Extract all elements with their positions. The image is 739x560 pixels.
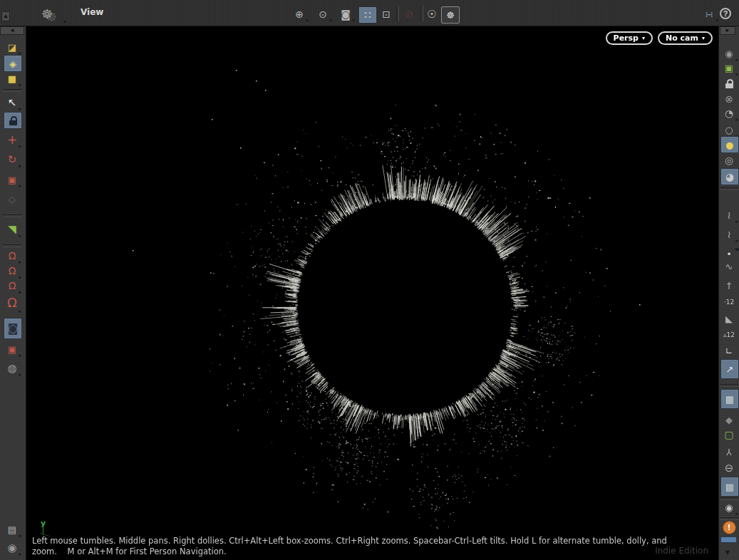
lock-camera-button[interactable]: [720, 76, 738, 91]
projection-menu-button[interactable]: Persp ▾: [606, 31, 653, 45]
toolbar-scroll-up-button[interactable]: ▲: [1, 11, 10, 21]
pen-curve-icon: ≀: [727, 210, 730, 220]
green-box-icon: ▣: [725, 63, 733, 73]
normal-lighting-button[interactable]: ○▸: [720, 122, 738, 138]
material-preview-button[interactable]: ◍▸: [4, 361, 21, 376]
box-select-icon: ⊡: [382, 9, 391, 19]
camera-navigation-button[interactable]: ◙▾: [337, 6, 354, 22]
snapshot-button[interactable]: ▤▸: [4, 522, 21, 537]
display-point-numbers-button[interactable]: ·12: [720, 294, 738, 310]
point-numbers-icon: ·12: [724, 299, 734, 306]
chevron-down-icon: ▾: [702, 35, 705, 41]
left-toolbar-scroll-button[interactable]: ◄: [0, 26, 24, 35]
help-button[interactable]: ?: [720, 8, 731, 19]
view-selection-button[interactable]: ▣▸: [720, 60, 738, 76]
render-region-button[interactable]: ▣▸: [4, 341, 21, 357]
dropdown-arrow-icon: ▸: [19, 82, 21, 88]
visibility-options-button[interactable]: ◉▸: [720, 46, 738, 61]
box-select-button[interactable]: ⊡: [378, 6, 395, 22]
scale-icon: ▣: [8, 175, 16, 185]
snap-curve-button[interactable]: Ω▸: [4, 263, 21, 279]
display-points-button[interactable]: •: [720, 249, 738, 259]
feather-icon: ↗: [726, 365, 734, 374]
display-prim-numbers-button[interactable]: ▵12: [720, 327, 738, 343]
trail-icon: ∿: [725, 262, 733, 271]
show-handles-button[interactable]: ◪▸: [4, 39, 21, 55]
display-materials-button[interactable]: ◆: [720, 412, 738, 427]
render-bell-button[interactable]: ☉: [423, 6, 440, 22]
display-options-button[interactable]: ☸: [441, 6, 460, 24]
snapshot-icon: ▤: [8, 525, 16, 534]
snap-point-button[interactable]: Ω▸: [4, 278, 21, 294]
headlight-only-button[interactable]: ◎: [720, 152, 738, 168]
select-objects-button[interactable]: ∷: [358, 6, 377, 24]
performance-warning-button[interactable]: !: [720, 519, 738, 535]
display-grid-button[interactable]: ∟: [720, 343, 738, 358]
normal-flag-icon: ◣: [725, 314, 733, 323]
location-pin-icon: ◉: [725, 503, 733, 512]
dropdown-arrow-icon: ▸: [735, 238, 738, 244]
snap-grid-button[interactable]: Ω▸: [4, 248, 21, 264]
viewport-top-toolbar: ▲ ☸ ▾ View ⊕▾⊙▾◙▾∷⊡⊘☉☸∺▾ ?: [0, 0, 739, 26]
character-pick-tool-button[interactable]: ◥▸: [4, 222, 21, 237]
character-tool-icon: ◥: [8, 224, 16, 235]
magnet-grid-icon: Ω: [9, 251, 16, 261]
select-geometry-mode-button[interactable]: ■▸: [4, 71, 21, 86]
handle-display-icon: ◪: [8, 43, 16, 52]
dropdown-arrow-icon: ▸: [19, 233, 21, 239]
dropdown-arrow-icon: ▸: [19, 183, 21, 189]
selection-mode-button[interactable]: ⊕▾: [291, 6, 308, 22]
draw-curve-button[interactable]: ≀▸: [720, 207, 738, 223]
display-point-trails-button[interactable]: ∿: [720, 259, 738, 274]
secure-selection-button[interactable]: ⊙▾: [314, 6, 331, 22]
hide-objects-button[interactable]: ⊗: [720, 91, 738, 107]
geometry-mode-icon: ■: [8, 74, 16, 83]
pane-menu-button[interactable]: ☸ ▾: [32, 4, 62, 23]
scale-tool-button[interactable]: ▣▸: [4, 172, 21, 187]
linked-panes-icon: ∺: [705, 9, 713, 19]
magnet-point-icon: Ω: [9, 281, 16, 291]
ghost-objects-button[interactable]: ◔▸: [720, 105, 738, 121]
display-sprites-button[interactable]: ↗: [720, 359, 739, 379]
flipbook-reel-icon: ◉: [7, 543, 16, 554]
link-ordering-button[interactable]: ∺▾: [701, 6, 718, 22]
display-textures-button[interactable]: ▦: [720, 389, 739, 409]
question-mark-icon: ?: [723, 9, 728, 18]
snap-options-button[interactable]: Ω▸: [4, 293, 21, 313]
right-toolbar-scroll-down-button[interactable]: ▼: [720, 548, 735, 557]
draw-shape-button[interactable]: ≀▸: [720, 227, 738, 242]
select-objects-mode-button[interactable]: ◈: [4, 55, 22, 72]
shading-mode-button[interactable]: ◕: [720, 168, 739, 185]
camera-menu-button[interactable]: No cam ▾: [658, 31, 713, 45]
pane-title: View: [81, 7, 103, 17]
viewport-canvas[interactable]: [26, 26, 718, 560]
display-vectors-button[interactable]: Y: [720, 444, 738, 460]
edition-watermark: Indie Edition: [655, 546, 708, 556]
flipbook-button[interactable]: ◉▸: [4, 540, 21, 556]
right-toolbar-scroll-button[interactable]: ►: [720, 26, 735, 35]
translate-icon: +: [7, 134, 17, 146]
display-point-normals-button[interactable]: ◣: [720, 311, 738, 326]
secure-selection-icon: ⊙: [319, 9, 327, 19]
pose-tool-button[interactable]: ◇: [4, 191, 21, 207]
view-tool-button[interactable]: ◙: [4, 318, 22, 339]
selection-disabled-button[interactable]: ⊘: [400, 6, 418, 22]
no-person-icon: ⊗: [725, 94, 733, 104]
display-point-markers-button[interactable]: †: [720, 277, 738, 293]
dropdown-arrow-icon: ▸: [19, 106, 21, 112]
right-toolbar-scrollbar-thumb[interactable]: [720, 536, 737, 543]
translate-tool-button[interactable]: +▸: [4, 132, 21, 147]
view-location-button[interactable]: ◉▸: [720, 499, 738, 515]
camera-pill-group: Persp ▾ No cam ▾: [606, 31, 713, 45]
material-sphere-icon: ◍: [7, 363, 16, 374]
secure-selection-lock-button[interactable]: [4, 112, 22, 129]
viewport-right-toolbar: ► ◄ ▼ ◉▸▣▸⊗◔▸○▸●◎◕≀▸≀▸•∿†·12◣▵12∟↗▦◆▢Y⊖▩…: [718, 26, 739, 560]
rotate-tool-button[interactable]: ↻▸: [4, 152, 21, 167]
high-quality-lighting-button[interactable]: ●: [720, 136, 739, 153]
select-tool-button[interactable]: ↖▸: [4, 95, 21, 110]
toolbar-separator: [3, 89, 22, 92]
render-frame-button[interactable]: ▢: [720, 427, 738, 442]
visualizer-options-button[interactable]: ⊖: [720, 460, 738, 476]
background-image-button[interactable]: ▩: [720, 477, 739, 497]
bulb-off-icon: ○: [725, 125, 733, 135]
